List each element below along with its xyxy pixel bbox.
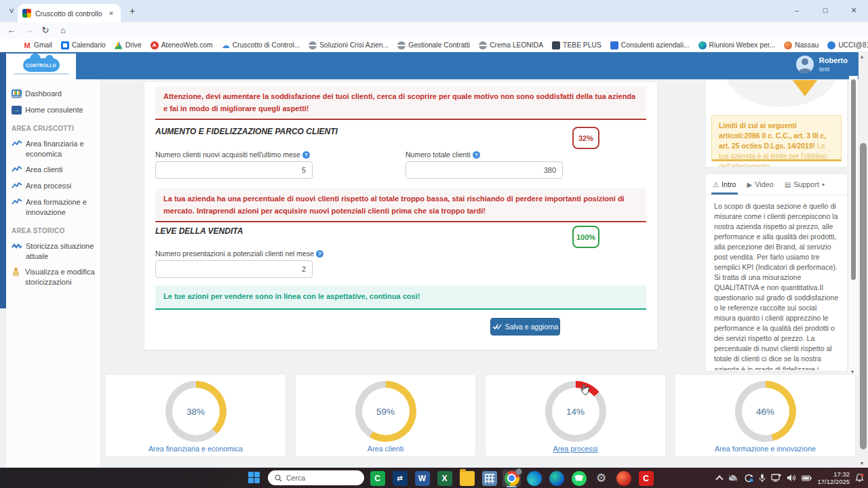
taskbar-apps bbox=[368, 470, 655, 487]
app-logo[interactable]: CONTROLLO bbox=[6, 54, 76, 79]
chevron-down-icon: ▾ bbox=[822, 182, 825, 188]
panel-scrollbar[interactable] bbox=[849, 76, 858, 376]
bookmark-tebe[interactable]: TEBE PLUS bbox=[552, 41, 601, 49]
scrollbar-thumb[interactable] bbox=[851, 79, 856, 280]
app-chrome[interactable] bbox=[502, 470, 521, 487]
bookmark-gestionale[interactable]: Gestionale Contratti bbox=[397, 41, 470, 49]
scrollbar-thumb[interactable] bbox=[860, 143, 867, 449]
tab-video[interactable]: ▶Video bbox=[747, 174, 774, 195]
tab-search-icon[interactable] bbox=[6, 6, 17, 17]
cast-display-icon[interactable] bbox=[771, 474, 781, 482]
field-label-nuovi-clienti: Numero clienti nuovi acquisiti nell'ulti… bbox=[155, 150, 310, 159]
bookmark-ucci[interactable]: UCCI@81 bbox=[827, 41, 868, 49]
start-button[interactable] bbox=[248, 472, 260, 484]
app-teamviewer[interactable] bbox=[391, 470, 409, 487]
browser-tab[interactable]: Cruscotto di controllo bbox=[18, 4, 121, 22]
globe-icon bbox=[397, 41, 406, 49]
bookmark-crema[interactable]: Crema LEONIDA bbox=[479, 41, 543, 49]
tab-close-icon[interactable] bbox=[106, 9, 116, 18]
browser-toolbar: leonida.155del2017.it/cruscotto-2.php M bbox=[0, 22, 868, 39]
gauge-link-formazione[interactable]: Area formazione e innovazione bbox=[675, 445, 855, 453]
app-camtasia[interactable] bbox=[368, 470, 387, 487]
bookmark-cruscotto[interactable]: Cruscotto di Control... bbox=[222, 41, 300, 49]
input-presentazioni[interactable] bbox=[155, 260, 313, 278]
camtasia-icon bbox=[370, 471, 385, 486]
tab-intro[interactable]: ⚠Intro bbox=[713, 174, 736, 195]
bookmark-ateneoweb[interactable]: AteneoWeb.com bbox=[151, 41, 213, 49]
input-totale-clienti[interactable] bbox=[406, 161, 563, 179]
app-excel[interactable] bbox=[435, 470, 454, 487]
bookmark-nassau[interactable]: Nassau bbox=[784, 41, 818, 49]
sidebar-item-area-finanziaria[interactable]: Area finanziaria e economica bbox=[12, 139, 95, 159]
app-camtasia-rec[interactable] bbox=[637, 470, 655, 487]
consulenti-icon bbox=[610, 41, 618, 49]
help-icon[interactable] bbox=[473, 151, 480, 159]
warning-triangle-icon: ⚠ bbox=[713, 181, 719, 188]
tray-time: 17:32 bbox=[817, 470, 850, 478]
tray-expand-icon[interactable] bbox=[716, 475, 724, 483]
donut-chart-processi: 14% bbox=[545, 381, 606, 442]
sidebar-item-area-processi[interactable]: Area processi bbox=[12, 181, 95, 191]
sidebar-item-visualizza[interactable]: Visualizza e modifica storicizzazioni bbox=[12, 267, 95, 287]
intro-text: Lo scopo di questa sezione è quello di m… bbox=[706, 195, 847, 370]
sidebar-item-dashboard[interactable]: Dashboard bbox=[12, 89, 95, 99]
alert-percentuale-nuovi-clienti: La tua azienda ha una percentuale di nuo… bbox=[155, 188, 646, 222]
help-icon[interactable] bbox=[316, 250, 323, 258]
cloud-sync-icon[interactable] bbox=[728, 474, 738, 482]
word-icon bbox=[415, 471, 430, 486]
help-icon[interactable] bbox=[302, 151, 310, 159]
page-scrollbar[interactable] bbox=[859, 52, 868, 468]
speaker-icon[interactable] bbox=[787, 474, 796, 482]
app-orange[interactable] bbox=[614, 470, 633, 487]
gauge-card-clienti: 59% Area clienti bbox=[295, 374, 476, 457]
app-whatsapp[interactable] bbox=[570, 470, 588, 487]
sidebar-item-area-clienti[interactable]: Area clienti bbox=[12, 165, 95, 175]
gauge-link-processi[interactable]: Area processi bbox=[486, 445, 665, 453]
app-webex[interactable] bbox=[547, 470, 566, 487]
back-icon[interactable] bbox=[5, 24, 18, 37]
app-word[interactable] bbox=[413, 470, 431, 487]
app-explorer[interactable] bbox=[458, 470, 476, 487]
bookmark-drive[interactable]: Drive bbox=[115, 41, 142, 49]
taskbar-clock[interactable]: 17:32 17/12/2025 bbox=[817, 470, 850, 486]
teamviewer-icon bbox=[393, 471, 408, 486]
new-tab-button[interactable] bbox=[126, 5, 138, 18]
bookmark-gmail[interactable]: Gmail bbox=[23, 41, 52, 49]
gauge-link-clienti[interactable]: Area clienti bbox=[296, 445, 475, 453]
sidebar-item-home-consulente[interactable]: Home consulente bbox=[12, 105, 95, 115]
sidebar-item-area-formazione[interactable]: Area formazione e innovazione bbox=[12, 197, 95, 218]
notification-bell-icon[interactable] bbox=[855, 473, 864, 483]
maximize-button[interactable] bbox=[811, 0, 840, 20]
person-chart-icon bbox=[12, 268, 22, 277]
sync-icon[interactable] bbox=[744, 474, 753, 483]
donut-chart-clienti: 59% bbox=[355, 381, 416, 442]
bookmark-soluzioni[interactable]: Soluzioni Crisi Azien... bbox=[309, 41, 389, 49]
cloud-logo-icon: CONTROLLO bbox=[23, 58, 60, 72]
minimize-button[interactable] bbox=[783, 0, 811, 20]
bookmark-consulenti[interactable]: Consulenti aziendali... bbox=[610, 41, 690, 49]
app-settings[interactable] bbox=[592, 470, 610, 487]
close-button[interactable] bbox=[840, 0, 868, 20]
scroll-down-icon[interactable] bbox=[861, 460, 863, 466]
input-nuovi-clienti[interactable] bbox=[155, 161, 313, 179]
save-button[interactable]: Salva e aggiorna bbox=[490, 318, 560, 336]
gauge-pointer-icon bbox=[791, 79, 818, 96]
home-icon[interactable] bbox=[57, 24, 69, 37]
gauge-link-finanziaria[interactable]: Area finanziaria e economica bbox=[106, 445, 285, 453]
app-edge[interactable] bbox=[525, 470, 543, 487]
scroll-up-icon[interactable] bbox=[861, 54, 863, 60]
bookmark-calendario[interactable]: Calendario bbox=[61, 41, 106, 49]
microphone-icon[interactable] bbox=[759, 474, 766, 483]
sidebar-item-storicizza[interactable]: Storicizza situazione attuale bbox=[12, 241, 95, 262]
battery-icon[interactable] bbox=[802, 475, 812, 481]
reload-icon[interactable] bbox=[39, 24, 52, 37]
bookmark-webex[interactable]: Riunioni Webex per... bbox=[698, 41, 776, 49]
app-calculator[interactable] bbox=[480, 470, 498, 487]
tab-support[interactable]: ▤Support▾ bbox=[785, 174, 825, 195]
section-title-fidelizzazione: AUMENTO E FIDELIZZAZIONE PARCO CLIENTI bbox=[155, 127, 338, 136]
section-title-leve-vendita: LEVE DELLA VENDITA bbox=[155, 226, 243, 236]
taskbar-search[interactable]: Cerca bbox=[268, 470, 364, 485]
limits-warning: Limiti di cui ai seguenti articoli:2086 … bbox=[711, 115, 842, 161]
user-menu[interactable]: Roberto test bbox=[796, 56, 848, 73]
info-panel: ⚠Intro ▶Video ▤Support▾ Lo scopo di ques… bbox=[705, 174, 848, 371]
